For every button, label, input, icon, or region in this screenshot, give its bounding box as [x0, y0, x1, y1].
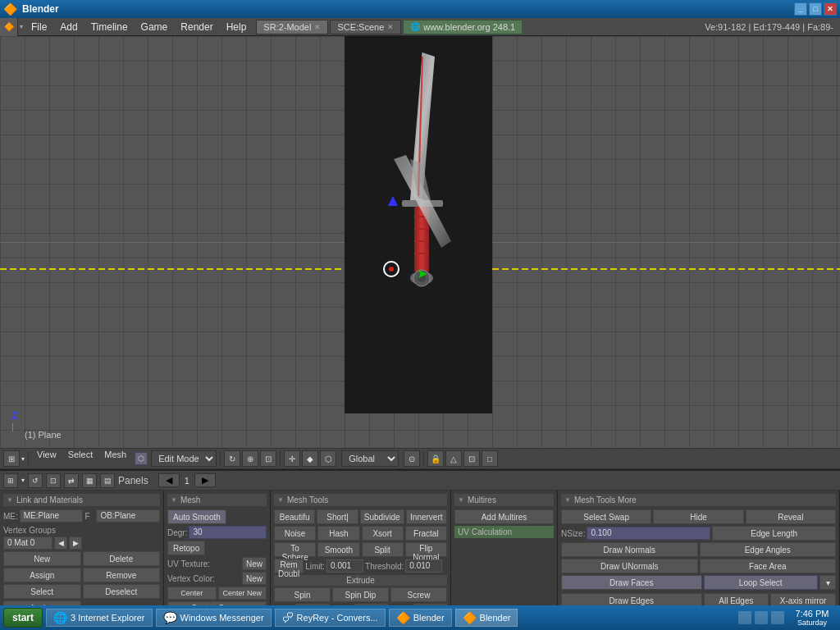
main-area: ➤ Z | (1) Plane ⊞ ▾ View Select Mesh ⬡ E… — [0, 36, 840, 469]
close-button[interactable]: ✕ — [824, 2, 837, 16]
loop-dropdown[interactable]: ▾ — [819, 575, 836, 590]
elen-btn[interactable]: Edge Length — [712, 526, 836, 541]
menu-file[interactable]: File — [25, 18, 53, 36]
tb-lock-icon[interactable]: 🔒 — [427, 450, 444, 467]
panels-col-icon[interactable]: ▦ — [82, 473, 97, 488]
panels-refresh-icon[interactable]: ↺ — [28, 473, 43, 488]
tab-scescene[interactable]: SCE:Scene ✕ — [330, 20, 401, 34]
innervert-btn[interactable]: Innervert — [406, 509, 447, 524]
new-vg-btn[interactable]: New — [3, 551, 81, 566]
bottom-panel: ⊞ ▾ ↺ ⊡ ⇄ ▦ ▤ Panels ◀ 1 ▶ ▼ Link and Ma… — [0, 469, 840, 609]
panels-grid-icon[interactable]: ⊞ — [3, 473, 18, 488]
loopselect-btn[interactable]: Loop Select — [704, 575, 819, 590]
view-menu[interactable]: View — [32, 450, 62, 468]
nsize-field[interactable]: 0.100 — [587, 527, 710, 540]
viewport[interactable]: ➤ Z | (1) Plane — [0, 36, 840, 448]
remdoubl-btn[interactable]: Rem Doubl — [274, 559, 304, 573]
taskbar-blender2[interactable]: 🔶 Blender — [455, 609, 518, 627]
hide-btn[interactable]: Hide — [653, 509, 743, 524]
select-menu[interactable]: Select — [63, 450, 98, 468]
maximize-button[interactable]: □ — [809, 2, 822, 16]
remove-btn[interactable]: Remove — [83, 568, 161, 582]
panels-arrow-icon[interactable]: ⇄ — [64, 473, 79, 488]
menu-timeline[interactable]: Timeline — [84, 18, 135, 36]
menu-render[interactable]: Render — [174, 18, 219, 36]
short-btn[interactable]: Short| — [317, 509, 358, 524]
spindip-btn[interactable]: Spin Dip — [332, 587, 389, 602]
fractal-btn[interactable]: Fractal — [405, 526, 447, 541]
systray-icon-2 — [755, 611, 768, 624]
beauty-btn[interactable]: Beautifu — [274, 509, 315, 524]
tb-prop-icon[interactable]: ⊙ — [404, 450, 420, 467]
xsort-btn[interactable]: Xsort — [362, 526, 404, 541]
minimize-button[interactable]: _ — [794, 2, 807, 16]
menu-game[interactable]: Game — [135, 18, 175, 36]
select-btn[interactable]: Select — [3, 584, 81, 599]
tb-magnet-icon[interactable]: ⊡ — [260, 450, 276, 467]
delete-vg-btn[interactable]: Delete — [83, 551, 161, 566]
taskbar-reyrey[interactable]: 🗪 ReyRey - Convers... — [275, 609, 386, 627]
assign-btn[interactable]: Assign — [3, 568, 81, 582]
loopselect-row: Loop Select ▾ — [704, 575, 837, 590]
addmultires-btn[interactable]: Add Multires — [454, 509, 554, 524]
centernew-btn[interactable]: Center New — [218, 587, 267, 600]
autosmooth-btn[interactable]: Auto Smooth — [167, 509, 226, 524]
panels-nav-prev[interactable]: ◀ — [158, 473, 180, 487]
subdivide-btn[interactable]: Subdivide — [360, 509, 404, 524]
drawfaces-btn[interactable]: Draw Faces — [561, 575, 702, 590]
deg-val[interactable]: 30 — [189, 526, 267, 539]
col-link-materials: ▼ Link and Materials ME: ME:Plane F OB:P… — [0, 491, 164, 609]
vg-input[interactable]: 0 Mat 0 — [3, 536, 52, 550]
screw-btn[interactable]: Screw — [390, 587, 447, 602]
menu-add[interactable]: Add — [53, 18, 84, 36]
vc-new-btn[interactable]: New — [242, 572, 267, 585]
drawunormals-btn[interactable]: Draw UNormals — [561, 559, 698, 573]
spin-btn[interactable]: Spin — [274, 587, 331, 602]
transform-select[interactable]: Global — [341, 450, 399, 467]
mesh-menu[interactable]: Mesh — [99, 450, 131, 468]
tb-grid-icon[interactable]: ⊞ — [3, 450, 20, 467]
tb-display-icon[interactable]: □ — [482, 450, 498, 467]
web-tab[interactable]: 🌐 www.blender.org 248.1 — [403, 20, 523, 34]
flipnormal-btn[interactable]: Flip Normal — [405, 542, 447, 557]
tab-close-2[interactable]: ✕ — [387, 23, 394, 31]
panels-prev-icon[interactable]: ⊡ — [46, 473, 61, 488]
split-btn[interactable]: Split — [362, 542, 404, 557]
panels-row-icon[interactable]: ▤ — [100, 473, 115, 488]
hash-btn[interactable]: Hash — [317, 526, 359, 541]
tb-vertex-icon[interactable]: ◆ — [302, 450, 318, 467]
tb-snap-icon[interactable]: ⊕ — [242, 450, 258, 467]
taskbar-messenger[interactable]: 💬 Windows Messenger — [156, 609, 272, 627]
tb-cursor-icon[interactable]: ✛ — [284, 450, 300, 467]
tab-sr2model[interactable]: SR:2-Model ✕ — [256, 20, 328, 34]
tb-rotate-icon[interactable]: ↻ — [224, 450, 240, 467]
center-btn[interactable]: Center — [167, 587, 217, 600]
vg-nav-left[interactable]: ◀ — [54, 536, 67, 550]
deselect-btn[interactable]: Deselect — [83, 584, 161, 599]
drawnormals-btn[interactable]: Draw Normals — [561, 542, 698, 557]
noise-btn[interactable]: Noise — [274, 526, 316, 541]
vg-nav-right[interactable]: ▶ — [69, 536, 82, 550]
limit-field[interactable]: 0.001 — [326, 559, 363, 573]
facearea-btn[interactable]: Face Area — [700, 559, 837, 573]
panels-nav-next[interactable]: ▶ — [194, 473, 216, 487]
reveal-btn[interactable]: Reveal — [746, 509, 836, 524]
tab-close-1[interactable]: ✕ — [314, 23, 321, 31]
smooth-btn[interactable]: Smooth — [317, 542, 359, 557]
me-value: ME:Plane — [20, 509, 84, 523]
uv-new-btn[interactable]: New — [242, 557, 267, 570]
tb-edge-icon[interactable]: ⬡ — [320, 450, 336, 467]
tb-grid2-icon[interactable]: ⊡ — [463, 450, 480, 467]
threshold-field[interactable]: 0.010 — [405, 559, 442, 573]
retopo-btn[interactable]: Retopo — [167, 541, 205, 555]
taskbar-blender1[interactable]: 🔶 Blender — [389, 609, 452, 627]
menu-help[interactable]: Help — [220, 18, 253, 36]
mode-select[interactable]: Edit Mode — [151, 450, 217, 467]
tosphere-btn[interactable]: To Sphere — [274, 542, 316, 557]
taskbar-ie[interactable]: 🌐 3 Internet Explorer — [46, 609, 153, 627]
center-row: Center Center New — [167, 587, 267, 600]
start-button[interactable]: start — [3, 608, 43, 628]
selectswap-btn[interactable]: Select Swap — [561, 509, 651, 524]
tb-align-icon[interactable]: △ — [445, 450, 462, 467]
edgeangles-btn[interactable]: Edge Angles — [700, 542, 837, 557]
